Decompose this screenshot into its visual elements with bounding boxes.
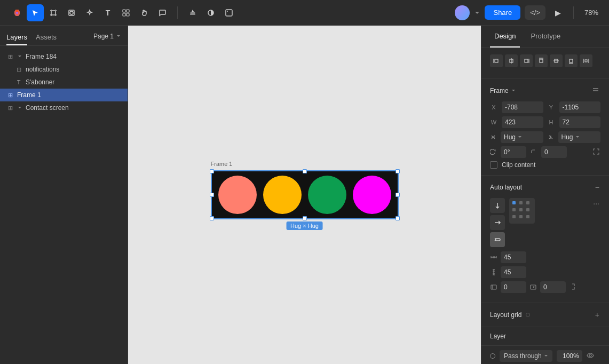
- h-input[interactable]: [559, 116, 601, 128]
- padding-right-icon: [529, 283, 537, 291]
- align-bottom-btn[interactable]: [565, 54, 578, 67]
- grid-dot-tr[interactable]: [526, 201, 529, 204]
- auto-layout-more-btn[interactable]: ···: [592, 198, 600, 209]
- text-tool-btn[interactable]: T: [99, 4, 116, 21]
- yellow-circle[interactable]: [263, 176, 302, 214]
- comment-tool-btn[interactable]: [154, 4, 171, 21]
- grid-dot-br[interactable]: [526, 215, 529, 218]
- fill-tool-btn[interactable]: [184, 4, 201, 21]
- handle-top-mid[interactable]: [303, 169, 307, 173]
- layout-horizontal-btn[interactable]: [490, 215, 505, 230]
- hug-y-icon: [548, 134, 554, 140]
- align-middle-v-btn[interactable]: [550, 54, 563, 67]
- frame-tool-btn[interactable]: [45, 4, 62, 21]
- grid-dot-tc[interactable]: [519, 201, 523, 204]
- padding-expand-btn[interactable]: [569, 282, 578, 292]
- grid-dot-tl[interactable]: [512, 201, 516, 204]
- align-right-btn[interactable]: [520, 54, 533, 67]
- magenta-circle[interactable]: [353, 176, 391, 214]
- svg-rect-13: [126, 10, 129, 12]
- blend-mode-btn[interactable]: Pass through: [500, 350, 552, 362]
- rotation-icon: [490, 149, 496, 155]
- code-button[interactable]: </>: [525, 5, 545, 20]
- layer-item-sabonner[interactable]: T S'abonner: [0, 76, 128, 89]
- notifications-icon: ⊡: [15, 66, 22, 73]
- figma-menu-btn[interactable]: [9, 4, 26, 21]
- handle-bottom-right[interactable]: [396, 216, 400, 220]
- hug-x-selector[interactable]: Hug: [501, 131, 543, 143]
- handle-mid-right[interactable]: [396, 193, 400, 197]
- expand-contact-icon[interactable]: [17, 105, 22, 110]
- handle-top-left[interactable]: [210, 169, 214, 173]
- clip-content-checkbox[interactable]: [490, 161, 497, 169]
- v-spacing-input[interactable]: [501, 266, 526, 278]
- share-button[interactable]: Share: [485, 5, 520, 20]
- green-circle[interactable]: [308, 176, 346, 214]
- hand-tool-btn[interactable]: [136, 4, 153, 21]
- canvas-area[interactable]: Frame 1 Hug × Hug: [128, 26, 481, 364]
- grid-dot-mc[interactable]: [519, 208, 523, 211]
- expand-frame184-icon[interactable]: [17, 54, 22, 59]
- handle-bottom-left[interactable]: [210, 216, 214, 220]
- salmon-circle[interactable]: [218, 176, 257, 214]
- rotation-input[interactable]: [501, 146, 526, 158]
- avatar[interactable]: [455, 5, 470, 20]
- opacity-input[interactable]: [557, 350, 582, 362]
- h-label: H: [548, 119, 555, 125]
- tab-layers[interactable]: Layers: [6, 30, 27, 45]
- svg-rect-1: [51, 11, 56, 15]
- handle-mid-left[interactable]: [210, 193, 214, 197]
- contrast-tool-btn[interactable]: [202, 4, 219, 21]
- export-tool-btn[interactable]: [220, 4, 238, 21]
- align-top-btn[interactable]: [535, 54, 548, 67]
- padding-right-input[interactable]: [540, 281, 566, 293]
- layer-item-contact-screen[interactable]: ⊞ Contact screen: [0, 101, 128, 114]
- handle-top-right[interactable]: [396, 169, 400, 173]
- grid-dot-mr[interactable]: [526, 208, 529, 211]
- shape-tool-btn[interactable]: [63, 4, 80, 21]
- y-input[interactable]: [559, 101, 601, 113]
- layer-item-frame184[interactable]: ⊞ Frame 184: [0, 50, 128, 63]
- radius-input[interactable]: [541, 146, 567, 158]
- layer-item-notifications[interactable]: ⊡ notifications: [0, 63, 128, 76]
- frame-expand-btn[interactable]: [591, 85, 600, 96]
- pen-tool-btn[interactable]: [81, 4, 98, 21]
- page-selector[interactable]: Page 1: [93, 33, 121, 43]
- align-center-h-btn[interactable]: [505, 54, 518, 67]
- grid-dot-ml[interactable]: [512, 208, 516, 211]
- hug-row: Hug Hug: [490, 131, 600, 143]
- layout-align-grid[interactable]: [509, 198, 535, 224]
- tab-design[interactable]: Design: [490, 26, 520, 48]
- frame-box[interactable]: Hug × Hug: [211, 170, 399, 219]
- handle-bottom-mid[interactable]: [303, 216, 307, 220]
- frame-section-header: Frame: [490, 85, 600, 96]
- hug-y-selector[interactable]: Hug: [558, 131, 601, 143]
- frame-chevron-icon[interactable]: [511, 88, 516, 93]
- play-button[interactable]: ▶: [550, 4, 567, 21]
- layout-grid-add-btn[interactable]: +: [594, 310, 600, 320]
- align-left-btn[interactable]: [490, 54, 503, 67]
- tab-prototype[interactable]: Prototype: [526, 26, 565, 48]
- padding-left-input[interactable]: [501, 281, 526, 293]
- resize-mode-btn[interactable]: [592, 147, 600, 157]
- layer-item-frame1[interactable]: ⊞ Frame 1: [0, 89, 128, 101]
- x-input[interactable]: [502, 101, 543, 113]
- avatar-chevron-icon[interactable]: [474, 10, 480, 16]
- w-input[interactable]: [502, 116, 543, 128]
- move-tool-btn[interactable]: [27, 4, 44, 21]
- layout-wrap-btn[interactable]: [490, 232, 505, 247]
- frame1-icon: ⊞: [6, 92, 14, 99]
- tab-assets[interactable]: Assets: [36, 30, 57, 45]
- visibility-btn[interactable]: [587, 352, 594, 361]
- layer-label-frame1: Frame 1: [17, 91, 41, 99]
- h-spacing-icon: [490, 254, 497, 261]
- auto-layout-minus-btn[interactable]: −: [594, 182, 600, 193]
- distribute-h-btn[interactable]: [580, 54, 592, 67]
- h-spacing-input[interactable]: [501, 251, 526, 263]
- grid-dot-bc[interactable]: [519, 215, 523, 218]
- layout-vertical-btn[interactable]: [490, 198, 505, 213]
- grid-dot-bl[interactable]: [512, 215, 516, 218]
- zoom-indicator[interactable]: 78%: [580, 6, 603, 19]
- layer-label-contact-screen: Contact screen: [26, 104, 69, 112]
- component-tool-btn[interactable]: [117, 4, 135, 21]
